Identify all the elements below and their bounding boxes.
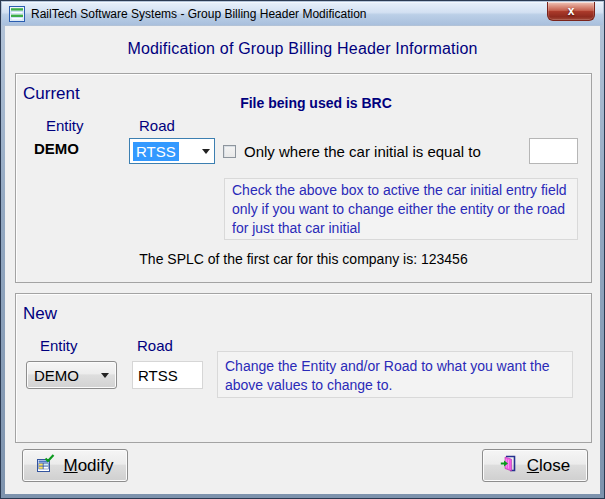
chevron-down-icon [101, 373, 109, 378]
car-initial-input[interactable] [529, 138, 578, 164]
close-button-label: Close [527, 456, 570, 476]
modify-form-check-icon [36, 454, 55, 478]
window-close-button[interactable]: x [547, 2, 595, 21]
new-entity-dropdown[interactable]: DEMO [26, 361, 117, 389]
splc-note: The SPLC of the first car for this compa… [16, 251, 591, 267]
page-title: Modification of Group Billing Header Inf… [5, 40, 600, 58]
current-entity-label: Entity [46, 117, 84, 134]
car-initial-checkbox-label: Only where the car initial is equal to [244, 143, 481, 160]
app-window: RailTech Software Systems - Group Billin… [0, 0, 605, 499]
app-icon [9, 6, 25, 22]
exit-door-icon [500, 454, 519, 478]
modify-button-label: Modify [63, 456, 113, 476]
new-road-input[interactable] [132, 361, 203, 389]
current-road-combobox[interactable]: RTSS [129, 138, 215, 164]
current-road-label: Road [139, 117, 175, 134]
close-x-icon: x [568, 5, 575, 17]
chevron-down-icon[interactable] [198, 139, 214, 163]
new-road-label: Road [137, 337, 173, 354]
dialog-body: Modification of Group Billing Header Inf… [5, 26, 600, 494]
current-instruction-text: Check the above box to active the car in… [224, 178, 578, 240]
window-title: RailTech Software Systems - Group Billin… [31, 7, 366, 21]
new-entity-label: Entity [40, 337, 78, 354]
current-entity-value: DEMO [34, 140, 79, 157]
car-initial-checkbox[interactable] [223, 145, 236, 158]
current-section-label: Current [23, 84, 80, 104]
new-entity-selected-value: DEMO [34, 367, 79, 384]
new-section: New Entity Road DEMO Change the Entity a… [15, 293, 592, 443]
new-instruction-text: Change the Entity and/or Road to what yo… [217, 351, 573, 398]
new-section-label: New [23, 304, 57, 324]
titlebar[interactable]: RailTech Software Systems - Group Billin… [2, 2, 603, 25]
car-initial-checkbox-row: Only where the car initial is equal to [223, 143, 481, 160]
modify-button[interactable]: Modify [22, 449, 128, 482]
current-road-selected-value: RTSS [133, 142, 179, 161]
current-section: Current File being used is BRC Entity Ro… [15, 73, 592, 283]
close-button[interactable]: Close [482, 449, 588, 482]
file-in-use-note: File being used is BRC [136, 95, 496, 111]
